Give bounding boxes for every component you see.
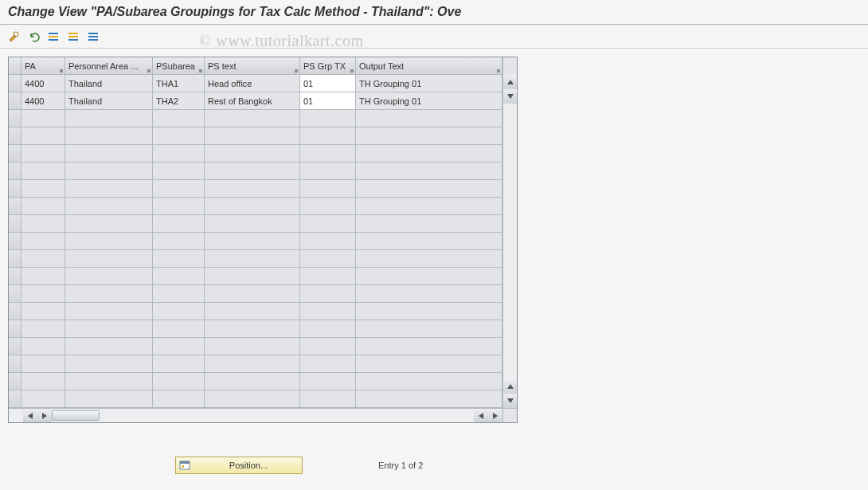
chevron-up-icon xyxy=(507,384,514,389)
empty-row xyxy=(9,163,502,180)
empty-row xyxy=(9,303,502,320)
row-selector[interactable] xyxy=(9,145,22,163)
scroll-track[interactable] xyxy=(503,104,517,379)
empty-row xyxy=(9,215,502,233)
col-header-ps-grp[interactable]: PS Grp TX xyxy=(300,57,356,75)
svg-rect-5 xyxy=(68,36,78,37)
scroll-thumb[interactable] xyxy=(52,410,100,421)
cell-pa: 4400 xyxy=(22,75,65,92)
empty-row xyxy=(9,127,502,145)
wrench-icon xyxy=(7,30,20,43)
scroll-track[interactable] xyxy=(52,409,474,422)
cell-ps-text: Head office xyxy=(205,75,300,92)
position-label: Position... xyxy=(195,461,302,470)
cell-pa-text: Thailand xyxy=(65,92,153,110)
empty-row xyxy=(9,390,502,408)
cell-psubarea: THA1 xyxy=(153,75,205,92)
cell-ps-grp[interactable]: 01 xyxy=(300,75,356,92)
row-selector[interactable] xyxy=(9,268,22,285)
row-selector[interactable] xyxy=(9,180,22,198)
col-header-ps-text[interactable]: PS text xyxy=(205,57,300,75)
chevron-right-icon xyxy=(42,413,47,419)
row-selector[interactable] xyxy=(9,127,22,145)
select-all-cell[interactable] xyxy=(9,57,22,75)
row-selector[interactable] xyxy=(9,390,22,408)
select-all-button[interactable] xyxy=(45,28,62,45)
table-control: PA Personnel Area ... PSubarea PS text P… xyxy=(8,57,518,423)
col-header-pa-text[interactable]: Personnel Area ... xyxy=(65,57,153,75)
chevron-up-icon xyxy=(507,80,514,84)
empty-row xyxy=(9,198,502,215)
empty-row xyxy=(9,110,502,127)
cell-pa-text: Thailand xyxy=(65,75,153,92)
empty-row xyxy=(9,268,502,285)
table-header-row: PA Personnel Area ... PSubarea PS text P… xyxy=(9,57,502,75)
row-selector[interactable] xyxy=(9,215,22,233)
empty-row xyxy=(9,180,502,198)
position-button[interactable]: Position... xyxy=(175,457,303,474)
toolbar xyxy=(0,25,868,49)
cell-ps-grp[interactable]: 01 xyxy=(300,92,356,110)
svg-rect-6 xyxy=(68,39,78,41)
undo-button[interactable] xyxy=(25,28,42,45)
deselect-all-button[interactable] xyxy=(84,28,102,45)
scroll-left-button-2[interactable] xyxy=(474,409,488,422)
scroll-left-button[interactable] xyxy=(23,409,37,422)
svg-rect-8 xyxy=(88,36,98,37)
scroll-corner xyxy=(502,408,517,422)
col-header-output[interactable]: Output Text xyxy=(356,57,502,75)
undo-icon xyxy=(27,30,40,43)
row-selector[interactable] xyxy=(9,92,22,110)
empty-row xyxy=(9,233,502,250)
row-selector[interactable] xyxy=(9,75,22,92)
row-selector[interactable] xyxy=(9,250,22,268)
empty-row xyxy=(9,355,502,373)
row-selector[interactable] xyxy=(9,285,22,303)
vertical-scrollbar[interactable] xyxy=(502,57,517,408)
horizontal-scrollbar[interactable] xyxy=(9,408,502,422)
row-selector[interactable] xyxy=(9,233,22,250)
empty-row xyxy=(9,338,502,355)
cell-pa: 4400 xyxy=(22,92,65,110)
empty-row xyxy=(9,285,502,303)
scroll-up-button-2[interactable] xyxy=(503,379,517,394)
row-selector[interactable] xyxy=(9,338,22,355)
svg-rect-4 xyxy=(68,33,78,34)
row-selector[interactable] xyxy=(9,163,22,180)
toggle-change-button[interactable] xyxy=(5,28,22,45)
select-all-icon xyxy=(47,30,60,43)
svg-rect-3 xyxy=(49,39,58,41)
scroll-down-button[interactable] xyxy=(503,89,517,104)
cell-ps-text: Rest of Bangkok xyxy=(205,92,300,110)
cell-output: TH Grouping 01 xyxy=(356,92,502,110)
col-header-psubarea[interactable]: PSubarea xyxy=(153,57,205,75)
svg-rect-15 xyxy=(182,465,184,468)
select-block-icon xyxy=(67,30,80,43)
row-selector[interactable] xyxy=(9,373,22,390)
empty-row xyxy=(9,320,502,338)
select-block-button[interactable] xyxy=(65,28,82,45)
svg-rect-7 xyxy=(88,33,98,34)
chevron-left-icon xyxy=(28,413,33,419)
scroll-down-button-2[interactable] xyxy=(503,394,517,408)
chevron-right-icon xyxy=(493,413,498,419)
scroll-right-button[interactable] xyxy=(37,409,52,422)
svg-rect-14 xyxy=(180,461,190,464)
empty-row xyxy=(9,145,502,163)
page-title: Change View "PA/Subarea Groupings for Ta… xyxy=(0,0,868,25)
row-selector[interactable] xyxy=(9,198,22,215)
chevron-left-icon xyxy=(479,413,483,419)
scroll-up-button[interactable] xyxy=(503,75,517,89)
empty-row xyxy=(9,373,502,390)
row-selector[interactable] xyxy=(9,320,22,338)
row-selector[interactable] xyxy=(9,110,22,127)
deselect-icon xyxy=(87,30,100,43)
col-header-pa[interactable]: PA xyxy=(22,57,65,75)
row-selector[interactable] xyxy=(9,303,22,320)
svg-rect-9 xyxy=(88,39,98,41)
table-row: 4400 Thailand THA2 Rest of Bangkok 01 TH… xyxy=(9,92,502,110)
watermark: © www.tutorialkart.com xyxy=(199,32,364,50)
row-selector[interactable] xyxy=(9,355,22,373)
empty-row xyxy=(9,250,502,268)
scroll-right-button-2[interactable] xyxy=(488,409,502,422)
